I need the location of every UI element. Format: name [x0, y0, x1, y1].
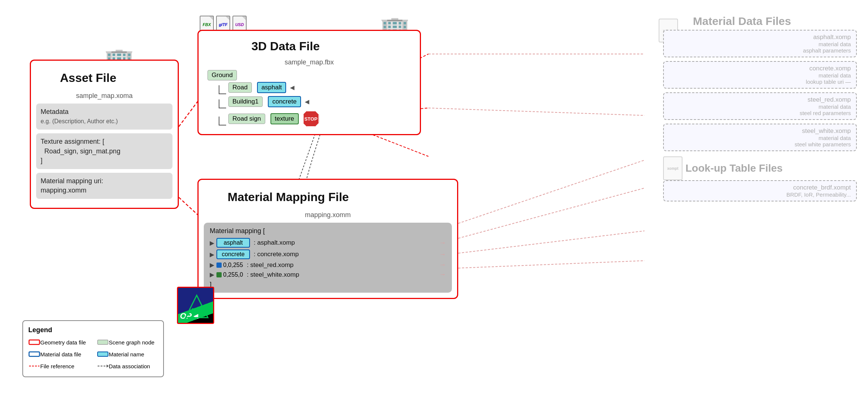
mapping-file-box: Material Mapping File mapping.xomm Mater…	[197, 179, 458, 299]
diagram: 🏢 xoma Asset File sample_map.xoma Metada…	[0, 0, 868, 407]
asphalt-xomp-line2: asphalt parameters	[669, 47, 851, 54]
legend-material: Material data file	[28, 351, 89, 357]
legend-geometry-label: Geometry data file	[40, 339, 86, 346]
blue-value: : steel_red.xomp	[247, 261, 294, 269]
data3d-subtitle: sample_map.fbx	[204, 58, 415, 66]
material-data-title: Material Data Files	[693, 15, 857, 28]
svg-line-10	[458, 261, 644, 268]
legend-fileref-label: File reference	[40, 363, 75, 369]
arrow-green-row: ▶	[210, 271, 214, 278]
svg-line-8	[458, 188, 644, 238]
svg-line-7	[458, 160, 644, 223]
steel-red-xomp-filename: steel_red.xomp	[669, 96, 851, 104]
steel-white-xomp-line2: steel white parameters	[669, 141, 851, 147]
steel-red-xomp-group: steel_red.xomp material data steel red p…	[663, 92, 857, 120]
dataassoc-swatch	[97, 363, 109, 369]
green-key-swatch	[216, 272, 222, 277]
steel-red-xomp-line2: steel red parameters	[669, 110, 851, 116]
steel-white-xomp-line1: material data	[669, 135, 851, 141]
road-node-row: Road asphalt ◄	[219, 82, 415, 93]
concrete-value: : concrete.xomp	[254, 251, 299, 258]
blue-key-swatch	[216, 263, 222, 268]
tree-root: Ground	[208, 70, 415, 80]
svg-rect-14	[98, 340, 108, 344]
concrete-brdf-line1: BRDF, IoR, Permeability...	[669, 191, 851, 198]
asset-metadata-field: Metadatae.g. (Description, Author etc.)	[36, 104, 172, 130]
svg-line-6	[428, 108, 644, 115]
right-panel: Material Data Files asphalt.xomp materia…	[663, 15, 857, 205]
arrow-asphalt: ▶	[210, 239, 214, 247]
legend-material-label: Material data file	[40, 351, 81, 357]
legend-matname: Material name	[97, 351, 158, 357]
texture-image: OP◄	[177, 287, 214, 324]
concrete-xomp-filename: concrete.xomp	[669, 65, 851, 72]
asset-material-field: Material mapping uri:mapping.xomm	[36, 173, 172, 199]
tree-building-row: Building1 concrete ◄	[219, 96, 415, 107]
mapping-row-concrete: ▶ concrete : concrete.xomp →	[210, 249, 446, 259]
legend-scenenode: Scene graph node	[97, 339, 158, 346]
concrete-xomp-line1: material data	[669, 72, 851, 79]
asset-texture-field: Texture assignment: [ Road_sign, sign_ma…	[36, 133, 172, 169]
asphalt-material-tag: asphalt	[257, 82, 286, 93]
asphalt-value: : asphalt.xomp	[254, 239, 295, 247]
legend-fileref: File reference	[28, 363, 89, 369]
mapping-subtitle: mapping.xomm	[204, 211, 452, 219]
building1-node: Building1	[228, 96, 263, 107]
green-value: : steel_white.xomp	[247, 271, 299, 279]
asphalt-xomp-group: asphalt.xomp material data asphalt param…	[663, 30, 857, 57]
mapping-title: Material Mapping File	[228, 190, 349, 204]
xompt-label: xompt	[667, 166, 678, 171]
svg-rect-15	[29, 352, 39, 356]
green-key-text: 0,255,0	[223, 271, 243, 278]
xompt-icon: xompt	[663, 156, 682, 180]
tree-roadsign-row: Road sign texture STOP	[219, 110, 415, 127]
data3d-box: 3D Data File sample_map.fbx Ground Road …	[197, 30, 421, 135]
legend-geometry: Geometry data file	[28, 339, 89, 346]
steel-white-xomp-filename: steel_white.xomp	[669, 127, 851, 135]
mapping-row-blue: ▶ 0,0,255 : steel_red.xomp →	[210, 261, 446, 269]
road-node: Road	[228, 82, 252, 93]
blue-key-text: 0,0,255	[223, 262, 243, 268]
concrete-material-tag: concrete	[268, 96, 301, 107]
roadsign-node-row: Road sign texture STOP	[219, 110, 415, 127]
mapping-close-bracket: ]	[210, 281, 446, 288]
scene-tree: Ground Road asphalt ◄ Building1 concrete…	[208, 70, 415, 127]
ground-node: Ground	[208, 70, 237, 80]
steel-red-xomp-line1: material data	[669, 104, 851, 110]
arrow-concrete: ▶	[210, 251, 214, 258]
texture-material-tag: texture	[270, 113, 299, 124]
geometry-swatch	[28, 339, 40, 346]
concrete-brdf-group: concrete_brdf.xompt BRDF, IoR, Permeabil…	[663, 180, 857, 201]
material-swatch	[28, 351, 40, 357]
sign-svg	[178, 288, 215, 325]
asset-file-title: Asset File	[60, 71, 116, 85]
legend-scenenode-label: Scene graph node	[109, 339, 155, 346]
concrete-xomp-line2: lookup table uri —	[669, 79, 851, 85]
legend-title: Legend	[28, 326, 158, 334]
steel-white-xomp-group: steel_white.xomp material data steel whi…	[663, 124, 857, 151]
concrete-brdf-filename: concrete_brdf.xompt	[669, 184, 851, 191]
scenenode-swatch	[97, 339, 109, 346]
stop-sign-icon: STOP	[302, 110, 320, 127]
lookup-title-row: xompt Look-up Table Files	[663, 156, 857, 180]
asphalt-xomp-filename: asphalt.xomp	[669, 34, 851, 41]
svg-rect-13	[29, 340, 39, 344]
concrete-key: concrete	[216, 249, 250, 259]
mapping-row-green: ▶ 0,255,0 : steel_white.xomp →	[210, 271, 446, 279]
mapping-inner: Material mapping [ ▶ asphalt : asphalt.x…	[204, 223, 452, 293]
legend-dataassoc-label: Data association	[109, 363, 150, 369]
svg-line-9	[458, 231, 644, 253]
svg-rect-16	[98, 352, 108, 356]
asset-file-box: Asset File sample_map.xoma Metadatae.g. …	[30, 60, 179, 209]
building-node-row: Building1 concrete ◄	[219, 96, 415, 107]
lookup-table-title: Look-up Table Files	[685, 162, 783, 174]
data3d-title: 3D Data File	[251, 39, 320, 53]
mapping-inner-title: Material mapping [	[210, 227, 446, 235]
asphalt-key: asphalt	[216, 238, 250, 248]
asset-file-subtitle: sample_map.xoma	[36, 92, 172, 100]
legend-matname-label: Material name	[109, 351, 144, 357]
concrete-xomp-group: concrete.xomp material data lookup table…	[663, 61, 857, 89]
matname-swatch	[97, 351, 109, 357]
mapping-row-asphalt: ▶ asphalt : asphalt.xomp →	[210, 238, 446, 248]
legend-dataassoc: Data association	[97, 363, 158, 369]
